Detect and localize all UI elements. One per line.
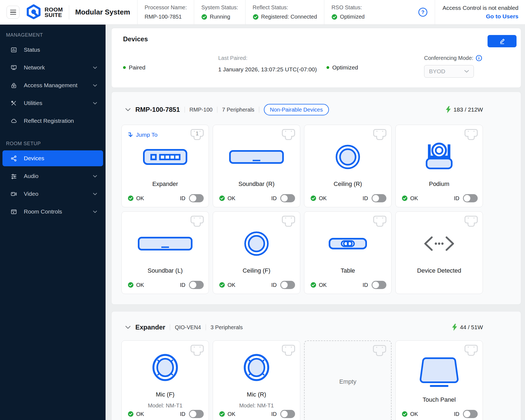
check-circle-icon [219, 195, 225, 201]
last-paired-value: 1 January 2026, 13:07:25 UTC(-07:00) [218, 66, 326, 73]
device-name: Mic (R) [247, 391, 266, 398]
non-pairable-devices-button[interactable]: Non-Pairable Devices [264, 104, 329, 115]
id-toggle[interactable] [372, 194, 386, 202]
device-sections: RMP-100-7851RMP-1007 PeripheralsNon-Pair… [111, 92, 521, 420]
device-name: Ceiling (R) [334, 180, 362, 188]
device-card-device-detected[interactable]: Device Detected [395, 211, 483, 294]
port-icon: 1 [190, 129, 205, 141]
sidebar-item-video[interactable]: Video [2, 186, 103, 202]
lightning-bolt-icon [452, 324, 457, 331]
sidebar-item-reflect-registration[interactable]: Reflect Registration [2, 113, 103, 129]
devices-summary-row: Paired Last Paired: 1 January 2026, 13:0… [123, 55, 512, 78]
id-label: ID [271, 195, 277, 202]
device-name: Device Detected [417, 267, 461, 274]
sidebar-item-devices[interactable]: Devices [2, 150, 103, 166]
status-icon [10, 46, 18, 53]
id-label: ID [180, 282, 185, 288]
check-circle-icon [402, 411, 408, 417]
device-card-soundbar-r[interactable]: Soundbar (R)OKID [213, 125, 300, 207]
sidebar-item-utilities[interactable]: Utilities [2, 95, 103, 111]
brand-logo: ROOM SUITE [26, 4, 63, 21]
device-card-soundbar-l[interactable]: Soundbar (L)OKID [121, 211, 209, 294]
device-card-mic-f[interactable]: Mic (F)Model: NM-T1OKID [121, 340, 209, 420]
id-label: ID [180, 411, 185, 417]
device-status: OK [219, 282, 235, 288]
jump-to-link[interactable]: Jump To [128, 132, 158, 138]
lock-icon [10, 82, 18, 89]
device-card-podium[interactable]: PodiumOKID [395, 125, 483, 207]
port-icon [281, 215, 296, 228]
status-cell-reflect-status: Reflect Status:Registered: Connected [245, 0, 324, 24]
check-circle-icon [331, 14, 337, 20]
table-mic-icon [329, 228, 367, 259]
ceiling-mic-icon [244, 228, 269, 259]
id-toggle[interactable] [280, 281, 295, 289]
access-control-block: Access Control is not enabled Go to User… [435, 0, 525, 24]
device-status: OK [310, 195, 327, 202]
port-icon [372, 345, 387, 357]
sidebar-item-room-controls[interactable]: Room Controls [2, 204, 103, 220]
room-controls-icon [10, 208, 18, 215]
device-section-rmp-100-7851: RMP-100-7851RMP-1007 PeripheralsNon-Pair… [111, 92, 521, 305]
sliders-icon [10, 173, 18, 180]
id-toggle[interactable] [189, 281, 204, 289]
check-circle-icon [128, 411, 134, 417]
check-circle-icon [128, 282, 134, 288]
device-card-expander[interactable]: 1Jump ToExpanderOKID [121, 125, 209, 207]
collapse-chevron-icon[interactable] [125, 108, 131, 111]
optimized-status: Optimized [326, 55, 424, 78]
device-card-table[interactable]: TableOKID [304, 211, 392, 294]
id-toggle[interactable] [189, 410, 204, 418]
device-status: OK [128, 195, 144, 202]
device-card-ceiling-r[interactable]: Ceiling (R)OKID [304, 125, 392, 207]
device-status: OK [310, 282, 327, 288]
id-toggle[interactable] [189, 194, 204, 202]
soundbar-icon [229, 142, 284, 172]
conferencing-mode-select[interactable]: BYOD [424, 65, 474, 78]
id-toggle[interactable] [280, 410, 295, 418]
sidebar-item-audio[interactable]: Audio [2, 168, 103, 184]
device-card-ceiling-f[interactable]: Ceiling (F)OKID [213, 211, 300, 294]
id-label: ID [454, 411, 459, 417]
collapse-chevron-icon[interactable] [125, 326, 131, 329]
video-camera-icon [10, 191, 18, 197]
chevron-down-icon [93, 193, 97, 195]
sidebar-item-status[interactable]: Status [2, 42, 103, 58]
id-toggle[interactable] [463, 194, 478, 202]
port-icon [281, 129, 296, 141]
device-card-touch-panel[interactable]: Touch PanelOKID [395, 340, 483, 420]
edit-button[interactable] [488, 35, 517, 47]
go-to-users-link[interactable]: Go to Users [486, 13, 518, 20]
ceiling-mic-icon [335, 142, 360, 172]
help-icon[interactable]: ? [418, 7, 428, 17]
last-paired-label: Last Paired: [218, 55, 326, 61]
port-icon [190, 344, 205, 357]
check-circle-icon [310, 282, 316, 288]
mic-icon [243, 352, 270, 383]
sidebar-item-network[interactable]: Network [2, 60, 103, 75]
svg-text:1: 1 [196, 130, 199, 136]
touch-panel-icon [415, 357, 463, 388]
hamburger-menu-button[interactable] [7, 6, 19, 19]
device-status: OK [128, 411, 144, 417]
info-icon[interactable] [476, 55, 482, 61]
chevron-down-icon [93, 175, 97, 177]
expander-icon [143, 142, 187, 172]
id-toggle[interactable] [463, 410, 478, 418]
power-usage: 183 / 212W [446, 106, 483, 113]
status-cell-rso-status: RSO Status:Optimized [324, 0, 372, 24]
port-icon [190, 215, 205, 228]
device-model: Model: NM-T1 [239, 402, 274, 409]
device-name: Expander [152, 180, 178, 188]
section-title: Expander [135, 323, 165, 331]
id-label: ID [180, 195, 185, 202]
device-model: Model: NM-T1 [148, 402, 183, 409]
id-toggle[interactable] [280, 194, 295, 202]
device-name: Touch Panel [422, 396, 456, 403]
status-cell-system-status: System Status:Running [194, 0, 245, 24]
app-title: Modular System [75, 8, 130, 16]
sidebar-item-access-management[interactable]: Access Management [2, 77, 103, 93]
device-card-mic-r[interactable]: Mic (R)Model: NM-T1OKID [213, 340, 300, 420]
id-toggle[interactable] [372, 281, 386, 289]
header-divider [69, 5, 69, 19]
